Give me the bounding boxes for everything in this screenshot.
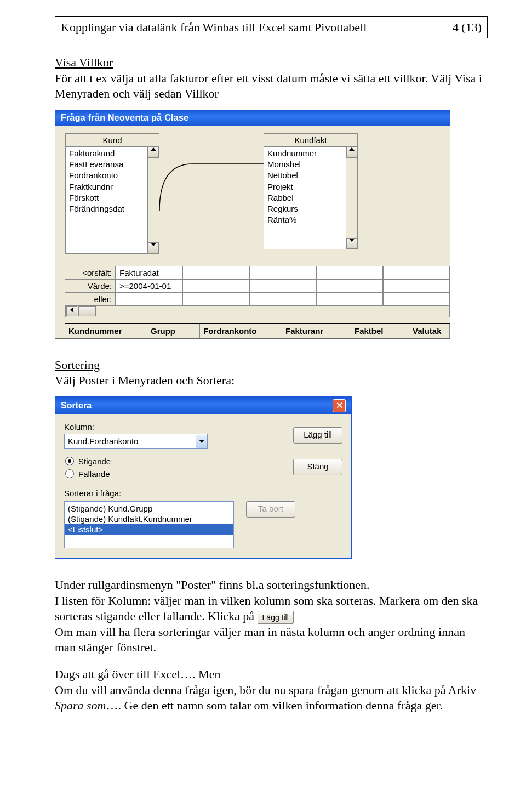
column-field: Kolumn: Kund.Fordrankonto <box>64 422 281 449</box>
window-title: Sortera <box>61 401 92 411</box>
sort-listbox[interactable]: (Stigande) Kund.Grupp (Stigande) Kundfak… <box>64 501 234 548</box>
inline-lagg-till-button-image: Lägg till <box>258 611 294 624</box>
result-columns-header: Kundnummer Grupp Fordrankonto Fakturanr … <box>65 323 450 338</box>
sort-list-row: (Stigande) Kund.Grupp (Stigande) Kundfak… <box>64 501 342 548</box>
scroll-thumb[interactable] <box>78 306 96 316</box>
radio-label: Stigande <box>78 457 111 466</box>
radio-group: Stigande Fallande <box>64 453 281 481</box>
field-item[interactable]: Rabbel <box>267 192 342 203</box>
criteria-cell[interactable] <box>316 293 383 306</box>
column-header[interactable]: Grupp <box>147 324 200 338</box>
field-item[interactable]: Kundnummer <box>267 148 342 159</box>
text-italic: Spara som <box>55 699 106 712</box>
list-item[interactable]: (Stigande) Kundfakt.Kundnummer <box>65 514 233 524</box>
criteria-or-label: eller: <box>65 293 116 306</box>
add-button[interactable]: Lägg till <box>293 427 342 444</box>
criteria-cell[interactable] <box>249 293 316 306</box>
column-header[interactable]: Valutak <box>409 324 450 338</box>
text-run: …. Ge den ett namn som talar om vilken i… <box>106 699 443 712</box>
paragraph: Menyraden och välj sedan Villkor <box>55 86 488 102</box>
criteria-field-label: <orsfält: <box>65 266 116 280</box>
section-sortering: Sortering Välj Poster i Menyraden och So… <box>55 357 488 389</box>
column-header[interactable]: Fakturanr <box>282 324 351 338</box>
field-item[interactable]: Momsbel <box>267 159 342 170</box>
criteria-cell[interactable] <box>249 280 316 293</box>
list-item-selected[interactable]: <Listslut> <box>65 524 233 535</box>
table-kund: Kund Fakturakund FastLeveransa Fordranko… <box>65 133 159 254</box>
window-title: Fråga från Neoventa på Clase <box>61 113 188 122</box>
criteria-field-cell[interactable]: Fakturadat <box>116 266 182 280</box>
radio-icon <box>65 469 74 478</box>
radio-icon <box>65 457 74 465</box>
criteria-cell[interactable] <box>182 280 249 293</box>
scroll-down-button[interactable] <box>148 242 159 253</box>
list-item[interactable]: (Stigande) Kund.Grupp <box>65 503 233 514</box>
vertical-scrollbar[interactable] <box>346 147 357 249</box>
sort-list-label: Sorterar i fråga: <box>64 489 342 498</box>
column-header[interactable]: Faktbel <box>351 324 409 338</box>
scroll-left-button[interactable] <box>66 306 77 316</box>
field-item[interactable]: Fakturakund <box>69 148 144 159</box>
criteria-cell[interactable] <box>316 280 383 293</box>
criteria-cell[interactable] <box>383 280 450 293</box>
scroll-up-button[interactable] <box>346 147 357 158</box>
header-box: Kopplingar via datalänk från Winbas till… <box>55 16 488 38</box>
column-row: Kolumn: Kund.Fordrankonto Lägg till <box>64 422 342 449</box>
scroll-up-button[interactable] <box>148 147 159 158</box>
field-item[interactable]: Regkurs <box>267 203 342 214</box>
field-item[interactable]: Fordrankonto <box>69 170 144 181</box>
field-item[interactable]: Ränta% <box>267 214 342 225</box>
table-kundfakt: Kundfakt Kundnummer Momsbel Nettobel Pro… <box>264 133 358 249</box>
field-item[interactable]: Förskott <box>69 192 144 203</box>
spacer <box>55 656 488 667</box>
column-value: Kund.Fordrankonto <box>65 436 196 446</box>
criteria-cell[interactable] <box>383 293 450 306</box>
column-header[interactable]: Kundnummer <box>65 324 147 338</box>
vertical-scrollbar[interactable] <box>147 147 159 253</box>
criteria-cell[interactable] <box>383 266 450 280</box>
field-item[interactable]: FastLeveransa <box>69 159 144 170</box>
text-run: Om du vill använda denna fråga igen, bör… <box>55 683 476 697</box>
criteria-cell[interactable] <box>316 266 383 280</box>
field-items: Fakturakund FastLeveransa Fordrankonto F… <box>66 147 147 253</box>
column-header[interactable]: Fordrankonto <box>200 324 282 338</box>
column-combobox[interactable]: Kund.Fordrankonto <box>64 434 208 449</box>
sort-dialog-body: Kolumn: Kund.Fordrankonto Lägg till <box>55 414 351 558</box>
paragraph: Under rullgardinsmenyn "Poster" finns bl… <box>55 577 488 593</box>
field-list[interactable]: Fakturakund FastLeveransa Fordrankonto F… <box>66 147 159 253</box>
scroll-down-button[interactable] <box>346 238 357 249</box>
radio-label: Fallande <box>78 469 110 479</box>
header-page-number: 4 (13) <box>453 20 482 35</box>
window-title-bar: Fråga från Neoventa på Clase <box>55 110 450 126</box>
close-button[interactable]: ✕ <box>333 399 346 412</box>
button-column: Stäng <box>293 459 342 475</box>
chevron-down-icon[interactable] <box>196 435 207 448</box>
field-list[interactable]: Kundnummer Momsbel Nettobel Projekt Rabb… <box>264 147 357 249</box>
heading-visa-villkor: Visa Villkor <box>55 55 488 71</box>
criteria-value-cell[interactable]: >=2004-01-01 <box>116 280 182 293</box>
field-item[interactable]: Fraktkundnr <box>69 181 144 192</box>
horizontal-scrollbar[interactable] <box>65 306 450 317</box>
criteria-cell[interactable] <box>116 293 182 306</box>
radio-row: Stigande Fallande Stäng <box>64 453 342 481</box>
msquery-window-screenshot: Fråga från Neoventa på Clase Kund Faktur… <box>55 110 488 339</box>
radio-descending[interactable]: Fallande <box>65 469 281 479</box>
field-item[interactable]: Nettobel <box>267 170 342 181</box>
criteria-cell[interactable] <box>182 266 249 280</box>
criteria-value-label: Värde: <box>65 280 116 293</box>
msquery-body: Kund Fakturakund FastLeveransa Fordranko… <box>55 126 450 338</box>
criteria-cell[interactable] <box>249 266 316 280</box>
table-name: Kundfakt <box>264 134 357 147</box>
radio-ascending[interactable]: Stigande <box>65 457 281 466</box>
msquery-window: Fråga från Neoventa på Clase Kund Faktur… <box>55 110 450 339</box>
field-item[interactable]: Förändringsdat <box>69 203 144 214</box>
field-item[interactable]: Projekt <box>267 181 342 192</box>
close-dialog-button[interactable]: Stäng <box>293 459 342 475</box>
paragraph: Om man vill ha flera sorteringar väljer … <box>55 624 488 656</box>
paragraph-line: Om du vill använda denna fråga igen, bör… <box>55 683 488 714</box>
close-icon: ✕ <box>336 400 343 411</box>
criteria-cell[interactable] <box>182 293 249 306</box>
remove-button[interactable]: Ta bort <box>246 501 295 518</box>
column-label: Kolumn: <box>64 422 281 431</box>
header-title: Kopplingar via datalänk från Winbas till… <box>61 20 367 35</box>
